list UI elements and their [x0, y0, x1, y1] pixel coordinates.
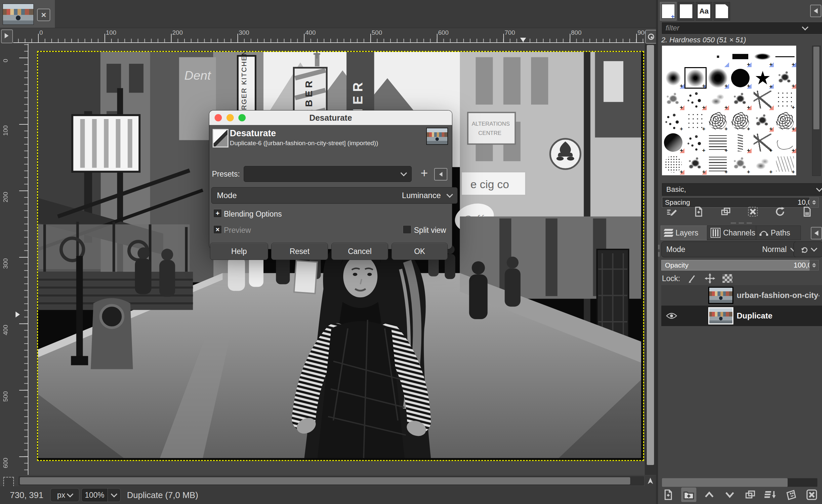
- minimize-traffic-button[interactable]: [227, 114, 234, 121]
- brush-swatch[interactable]: [707, 110, 729, 132]
- horizontal-ruler[interactable]: 0 100 200 300 400 500 600 700 800 900: [13, 28, 644, 44]
- brush-swatch[interactable]: ★: [752, 67, 774, 89]
- delete-layer-button[interactable]: [804, 487, 819, 502]
- help-button[interactable]: Help: [210, 243, 268, 260]
- brush-grid-scrollbar[interactable]: [812, 46, 821, 176]
- image-tab[interactable]: ×: [0, 0, 55, 28]
- raise-layer-button[interactable]: [702, 487, 717, 502]
- delete-brush-button[interactable]: [745, 204, 761, 219]
- tab-fonts[interactable]: Aa: [696, 2, 712, 20]
- layer-row-selected[interactable]: Duplicate: [661, 306, 822, 326]
- brush-swatch-selected[interactable]: [685, 67, 707, 89]
- opacity-slider[interactable]: Opacity 100,0: [661, 260, 815, 271]
- dock-resize-handle[interactable]: [731, 222, 752, 224]
- dialog-titlebar[interactable]: Desaturate: [209, 110, 452, 125]
- presets-combo[interactable]: [244, 166, 412, 182]
- vertical-scrollbar-thumb[interactable]: [647, 45, 654, 465]
- brush-swatch[interactable]: [707, 89, 729, 110]
- refresh-brushes-button[interactable]: [772, 204, 788, 219]
- brush-swatch[interactable]: [662, 153, 685, 174]
- brush-swatch[interactable]: [707, 153, 729, 174]
- lower-layer-button[interactable]: [722, 487, 737, 502]
- brush-swatch[interactable]: [729, 89, 752, 110]
- unit-select[interactable]: px: [50, 488, 79, 502]
- brush-swatch[interactable]: [752, 110, 774, 132]
- new-brush-button[interactable]: [691, 204, 706, 219]
- brush-swatch[interactable]: [729, 132, 752, 153]
- visibility-toggle[interactable]: [661, 312, 682, 320]
- open-brush-as-image-button[interactable]: [800, 204, 815, 219]
- ok-button[interactable]: OK: [392, 243, 448, 260]
- tab-channels[interactable]: Channels: [707, 225, 762, 240]
- blending-options-expander[interactable]: +: [213, 209, 222, 217]
- brush-swatch[interactable]: [729, 67, 752, 89]
- navigation-preview-button[interactable]: [645, 476, 656, 486]
- brush-swatch[interactable]: [707, 46, 729, 67]
- ruler-origin-button[interactable]: [1, 29, 13, 43]
- preset-options-button[interactable]: [434, 168, 447, 180]
- zoom-follow-window-button[interactable]: [645, 30, 657, 44]
- layer-mode-switch-group[interactable]: [794, 241, 822, 257]
- lock-alpha-icon[interactable]: [723, 274, 732, 283]
- new-layer-button[interactable]: [661, 487, 676, 502]
- reset-button[interactable]: Reset: [271, 243, 328, 260]
- brush-swatch[interactable]: [662, 46, 685, 67]
- close-traffic-button[interactable]: [215, 114, 222, 121]
- brush-swatch[interactable]: [729, 110, 752, 132]
- close-icon[interactable]: ×: [37, 9, 50, 21]
- brush-swatch[interactable]: [774, 132, 796, 153]
- brush-swatch[interactable]: [752, 132, 774, 153]
- opacity-spinner[interactable]: [809, 260, 819, 271]
- brush-swatch[interactable]: [729, 46, 752, 67]
- brush-swatch[interactable]: [774, 46, 796, 67]
- zoom-select[interactable]: [107, 488, 121, 502]
- tab-brushes[interactable]: [660, 2, 677, 20]
- brush-swatch[interactable]: [707, 67, 729, 89]
- duplicate-brush-button[interactable]: [718, 204, 733, 219]
- brush-swatch[interactable]: [685, 132, 707, 153]
- brush-group-select[interactable]: Basic,: [662, 183, 822, 196]
- brush-swatch[interactable]: [662, 110, 685, 132]
- brush-swatch[interactable]: [662, 67, 685, 89]
- merge-layer-button[interactable]: [763, 487, 778, 502]
- layer-mode-select[interactable]: Mode Normal: [661, 241, 801, 257]
- duplicate-layer-button[interactable]: [743, 487, 758, 502]
- zoom-level[interactable]: 100%: [81, 488, 108, 502]
- vertical-ruler[interactable]: 0 100 200 300 400 500 600: [0, 44, 29, 475]
- layer-list-scrollbar[interactable]: [662, 478, 817, 487]
- brush-swatch[interactable]: [752, 46, 774, 67]
- brush-swatch[interactable]: [774, 67, 796, 89]
- layer-row[interactable]: urban-fashion-on-city-street: [661, 285, 822, 306]
- brush-swatch[interactable]: [752, 89, 774, 110]
- new-layer-group-button[interactable]: [681, 487, 696, 502]
- add-mask-button[interactable]: [784, 487, 799, 502]
- lock-pixels-brush-icon[interactable]: [688, 274, 697, 284]
- preview-checkbox[interactable]: ×: [213, 225, 222, 234]
- brush-swatch[interactable]: [774, 89, 796, 110]
- lock-position-move-icon[interactable]: [705, 273, 715, 284]
- brush-swatch[interactable]: [662, 132, 685, 153]
- brush-swatch[interactable]: [685, 153, 707, 174]
- layer-list-scrollbar-thumb[interactable]: [662, 478, 788, 487]
- tab-paths[interactable]: Paths: [756, 225, 801, 240]
- brush-swatch[interactable]: [774, 110, 796, 132]
- add-preset-button[interactable]: +: [418, 165, 431, 180]
- tab-layers[interactable]: Layers: [661, 225, 713, 240]
- brush-swatch[interactable]: [685, 110, 707, 132]
- vertical-scrollbar[interactable]: [645, 44, 656, 475]
- horizontal-scrollbar[interactable]: [19, 476, 644, 485]
- brush-swatch[interactable]: [729, 153, 752, 174]
- layers-menu-button[interactable]: [811, 227, 822, 239]
- split-view-checkbox[interactable]: [403, 225, 411, 234]
- brush-swatch[interactable]: [685, 46, 707, 67]
- desaturate-mode-select[interactable]: Mode Luminance: [211, 187, 458, 204]
- brush-swatch[interactable]: [707, 132, 729, 153]
- brush-grid-scrollbar-thumb[interactable]: [813, 47, 819, 129]
- tab-patterns[interactable]: [678, 2, 694, 20]
- panel-edge-handle[interactable]: [658, 245, 660, 257]
- brush-swatch[interactable]: [662, 89, 685, 110]
- dock-menu-button[interactable]: [810, 5, 821, 17]
- brush-swatch[interactable]: [752, 153, 774, 174]
- quick-mask-toggle[interactable]: [3, 477, 14, 487]
- brush-swatch[interactable]: [685, 89, 707, 110]
